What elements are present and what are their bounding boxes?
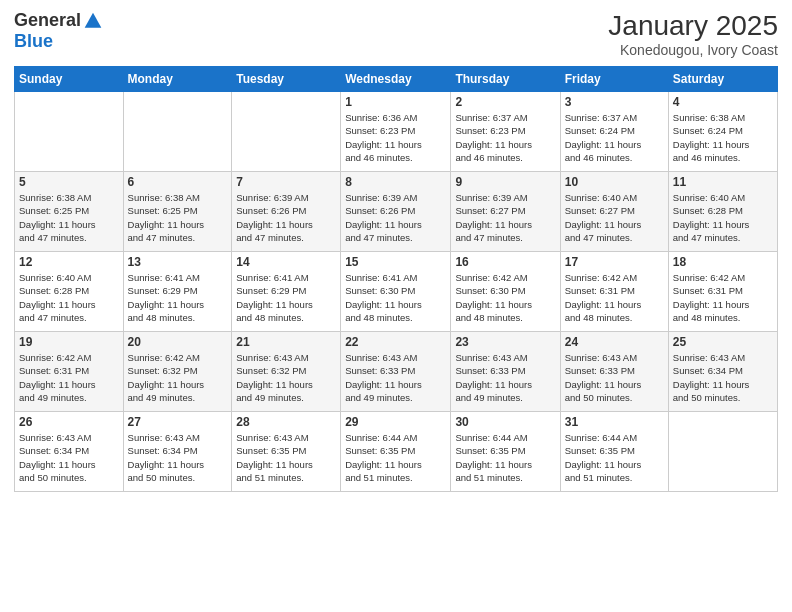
day-info: Sunrise: 6:40 AM Sunset: 6:27 PM Dayligh… xyxy=(565,191,664,244)
day-number: 31 xyxy=(565,415,664,429)
logo: General Blue xyxy=(14,10,103,52)
week-row-3: 19Sunrise: 6:42 AM Sunset: 6:31 PM Dayli… xyxy=(15,332,778,412)
day-number: 29 xyxy=(345,415,446,429)
calendar-table: SundayMondayTuesdayWednesdayThursdayFrid… xyxy=(14,66,778,492)
day-number: 14 xyxy=(236,255,336,269)
day-info: Sunrise: 6:43 AM Sunset: 6:32 PM Dayligh… xyxy=(236,351,336,404)
day-number: 1 xyxy=(345,95,446,109)
header-saturday: Saturday xyxy=(668,67,777,92)
logo-text: General xyxy=(14,10,103,31)
day-number: 8 xyxy=(345,175,446,189)
day-number: 5 xyxy=(19,175,119,189)
day-number: 22 xyxy=(345,335,446,349)
day-cell: 13Sunrise: 6:41 AM Sunset: 6:29 PM Dayli… xyxy=(123,252,232,332)
header-wednesday: Wednesday xyxy=(341,67,451,92)
day-cell: 6Sunrise: 6:38 AM Sunset: 6:25 PM Daylig… xyxy=(123,172,232,252)
day-info: Sunrise: 6:37 AM Sunset: 6:24 PM Dayligh… xyxy=(565,111,664,164)
day-cell: 24Sunrise: 6:43 AM Sunset: 6:33 PM Dayli… xyxy=(560,332,668,412)
header-row: SundayMondayTuesdayWednesdayThursdayFrid… xyxy=(15,67,778,92)
day-cell: 29Sunrise: 6:44 AM Sunset: 6:35 PM Dayli… xyxy=(341,412,451,492)
day-info: Sunrise: 6:42 AM Sunset: 6:31 PM Dayligh… xyxy=(673,271,773,324)
day-info: Sunrise: 6:44 AM Sunset: 6:35 PM Dayligh… xyxy=(455,431,555,484)
day-info: Sunrise: 6:41 AM Sunset: 6:29 PM Dayligh… xyxy=(128,271,228,324)
day-info: Sunrise: 6:44 AM Sunset: 6:35 PM Dayligh… xyxy=(345,431,446,484)
day-info: Sunrise: 6:39 AM Sunset: 6:26 PM Dayligh… xyxy=(345,191,446,244)
week-row-1: 5Sunrise: 6:38 AM Sunset: 6:25 PM Daylig… xyxy=(15,172,778,252)
header: General Blue January 2025 Konedougou, Iv… xyxy=(14,10,778,58)
day-info: Sunrise: 6:39 AM Sunset: 6:26 PM Dayligh… xyxy=(236,191,336,244)
day-cell: 16Sunrise: 6:42 AM Sunset: 6:30 PM Dayli… xyxy=(451,252,560,332)
day-info: Sunrise: 6:39 AM Sunset: 6:27 PM Dayligh… xyxy=(455,191,555,244)
day-number: 12 xyxy=(19,255,119,269)
day-number: 9 xyxy=(455,175,555,189)
day-info: Sunrise: 6:42 AM Sunset: 6:30 PM Dayligh… xyxy=(455,271,555,324)
day-number: 10 xyxy=(565,175,664,189)
day-number: 30 xyxy=(455,415,555,429)
week-row-2: 12Sunrise: 6:40 AM Sunset: 6:28 PM Dayli… xyxy=(15,252,778,332)
day-number: 19 xyxy=(19,335,119,349)
day-cell: 2Sunrise: 6:37 AM Sunset: 6:23 PM Daylig… xyxy=(451,92,560,172)
subtitle: Konedougou, Ivory Coast xyxy=(608,42,778,58)
day-info: Sunrise: 6:43 AM Sunset: 6:34 PM Dayligh… xyxy=(128,431,228,484)
day-cell: 11Sunrise: 6:40 AM Sunset: 6:28 PM Dayli… xyxy=(668,172,777,252)
day-info: Sunrise: 6:41 AM Sunset: 6:29 PM Dayligh… xyxy=(236,271,336,324)
page: General Blue January 2025 Konedougou, Iv… xyxy=(0,0,792,612)
day-cell: 28Sunrise: 6:43 AM Sunset: 6:35 PM Dayli… xyxy=(232,412,341,492)
day-number: 26 xyxy=(19,415,119,429)
day-number: 20 xyxy=(128,335,228,349)
day-info: Sunrise: 6:43 AM Sunset: 6:33 PM Dayligh… xyxy=(565,351,664,404)
day-cell: 1Sunrise: 6:36 AM Sunset: 6:23 PM Daylig… xyxy=(341,92,451,172)
day-info: Sunrise: 6:42 AM Sunset: 6:32 PM Dayligh… xyxy=(128,351,228,404)
day-cell: 18Sunrise: 6:42 AM Sunset: 6:31 PM Dayli… xyxy=(668,252,777,332)
day-cell: 31Sunrise: 6:44 AM Sunset: 6:35 PM Dayli… xyxy=(560,412,668,492)
day-number: 17 xyxy=(565,255,664,269)
header-thursday: Thursday xyxy=(451,67,560,92)
logo-icon xyxy=(83,11,103,31)
day-cell: 26Sunrise: 6:43 AM Sunset: 6:34 PM Dayli… xyxy=(15,412,124,492)
day-number: 6 xyxy=(128,175,228,189)
day-info: Sunrise: 6:43 AM Sunset: 6:33 PM Dayligh… xyxy=(455,351,555,404)
day-cell: 20Sunrise: 6:42 AM Sunset: 6:32 PM Dayli… xyxy=(123,332,232,412)
day-number: 21 xyxy=(236,335,336,349)
day-cell xyxy=(668,412,777,492)
day-cell: 23Sunrise: 6:43 AM Sunset: 6:33 PM Dayli… xyxy=(451,332,560,412)
day-number: 28 xyxy=(236,415,336,429)
day-number: 23 xyxy=(455,335,555,349)
header-tuesday: Tuesday xyxy=(232,67,341,92)
day-cell: 15Sunrise: 6:41 AM Sunset: 6:30 PM Dayli… xyxy=(341,252,451,332)
day-cell: 5Sunrise: 6:38 AM Sunset: 6:25 PM Daylig… xyxy=(15,172,124,252)
day-cell xyxy=(15,92,124,172)
day-info: Sunrise: 6:41 AM Sunset: 6:30 PM Dayligh… xyxy=(345,271,446,324)
day-info: Sunrise: 6:38 AM Sunset: 6:25 PM Dayligh… xyxy=(128,191,228,244)
day-number: 13 xyxy=(128,255,228,269)
day-info: Sunrise: 6:42 AM Sunset: 6:31 PM Dayligh… xyxy=(565,271,664,324)
day-cell: 25Sunrise: 6:43 AM Sunset: 6:34 PM Dayli… xyxy=(668,332,777,412)
day-cell: 27Sunrise: 6:43 AM Sunset: 6:34 PM Dayli… xyxy=(123,412,232,492)
day-cell: 21Sunrise: 6:43 AM Sunset: 6:32 PM Dayli… xyxy=(232,332,341,412)
logo-general: General xyxy=(14,10,81,31)
header-friday: Friday xyxy=(560,67,668,92)
day-info: Sunrise: 6:43 AM Sunset: 6:33 PM Dayligh… xyxy=(345,351,446,404)
day-cell: 10Sunrise: 6:40 AM Sunset: 6:27 PM Dayli… xyxy=(560,172,668,252)
day-cell xyxy=(123,92,232,172)
day-number: 16 xyxy=(455,255,555,269)
day-cell: 14Sunrise: 6:41 AM Sunset: 6:29 PM Dayli… xyxy=(232,252,341,332)
day-cell: 8Sunrise: 6:39 AM Sunset: 6:26 PM Daylig… xyxy=(341,172,451,252)
day-info: Sunrise: 6:38 AM Sunset: 6:25 PM Dayligh… xyxy=(19,191,119,244)
header-monday: Monday xyxy=(123,67,232,92)
week-row-4: 26Sunrise: 6:43 AM Sunset: 6:34 PM Dayli… xyxy=(15,412,778,492)
svg-marker-0 xyxy=(85,12,102,27)
day-cell: 22Sunrise: 6:43 AM Sunset: 6:33 PM Dayli… xyxy=(341,332,451,412)
day-number: 25 xyxy=(673,335,773,349)
day-cell: 30Sunrise: 6:44 AM Sunset: 6:35 PM Dayli… xyxy=(451,412,560,492)
day-info: Sunrise: 6:43 AM Sunset: 6:35 PM Dayligh… xyxy=(236,431,336,484)
title-section: January 2025 Konedougou, Ivory Coast xyxy=(608,10,778,58)
day-number: 7 xyxy=(236,175,336,189)
header-sunday: Sunday xyxy=(15,67,124,92)
day-cell: 9Sunrise: 6:39 AM Sunset: 6:27 PM Daylig… xyxy=(451,172,560,252)
logo-blue-text: Blue xyxy=(14,31,53,52)
day-cell: 4Sunrise: 6:38 AM Sunset: 6:24 PM Daylig… xyxy=(668,92,777,172)
day-number: 3 xyxy=(565,95,664,109)
day-info: Sunrise: 6:36 AM Sunset: 6:23 PM Dayligh… xyxy=(345,111,446,164)
day-cell: 19Sunrise: 6:42 AM Sunset: 6:31 PM Dayli… xyxy=(15,332,124,412)
